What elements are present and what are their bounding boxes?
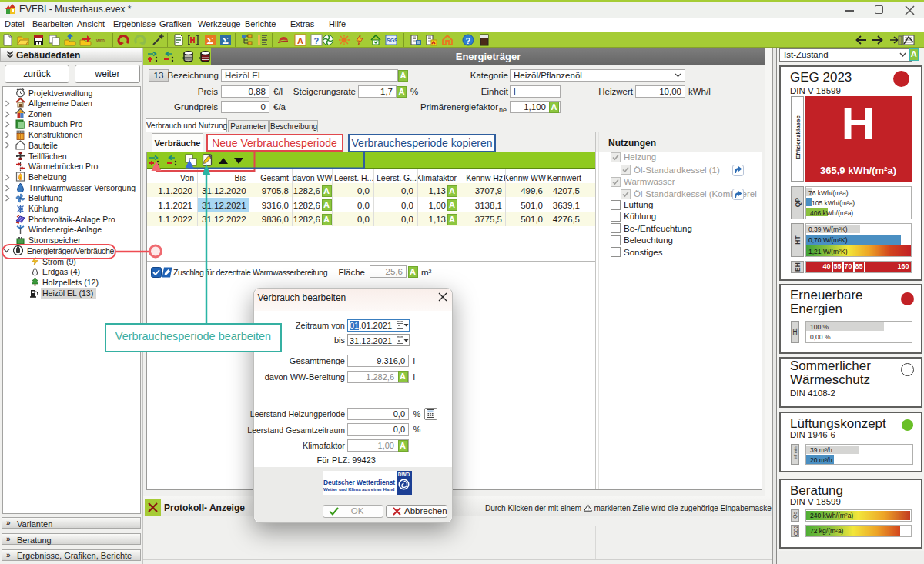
svg-text:wm: wm [95, 38, 105, 43]
svg-text:?: ? [314, 36, 320, 45]
svg-text:SGS: SGS [387, 38, 397, 43]
svg-text:Σ: Σ [207, 35, 214, 46]
svg-text:?: ? [466, 36, 471, 45]
svg-text:Σ: Σ [223, 35, 229, 46]
svg-text:A: A [297, 36, 303, 45]
